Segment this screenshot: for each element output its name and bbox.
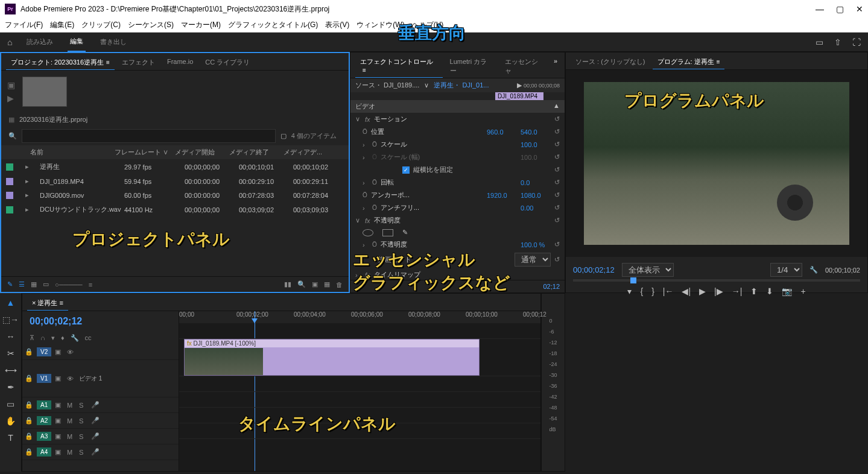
menu-file[interactable]: ファイル(F) xyxy=(5,20,43,30)
sequence-tab[interactable]: × 逆再生 ≡ xyxy=(27,296,68,311)
program-scrubber[interactable] xyxy=(573,279,860,282)
go-out-icon[interactable]: →| xyxy=(732,286,743,296)
snap-icon[interactable]: ⊼ xyxy=(30,334,34,342)
tab-essential[interactable]: エッセンシャ xyxy=(500,55,549,78)
slip-tool[interactable]: ⟷ xyxy=(5,365,17,375)
track-a1-lane[interactable] xyxy=(179,376,540,392)
workspace-import[interactable]: 読み込み xyxy=(24,33,55,51)
asset-row[interactable]: ▸DJI_0189.MP459.94 fps00:00:00:0000:00:2… xyxy=(1,174,349,188)
linked-icon[interactable]: ∩ xyxy=(40,334,45,342)
pen-tool[interactable]: ✒ xyxy=(7,382,14,392)
track-header-a4[interactable]: 🔒A4▣MS🎤 xyxy=(22,444,179,460)
step-back-icon[interactable]: ◀| xyxy=(682,286,691,296)
menu-help[interactable]: ヘルプ(H) xyxy=(412,20,444,30)
bin-icon[interactable]: ▢ xyxy=(280,132,287,140)
menu-window[interactable]: ウィンドウ(W) xyxy=(356,20,404,30)
close-button[interactable]: ✕ xyxy=(856,4,863,14)
fullscreen-icon[interactable]: ⛶ xyxy=(852,37,861,47)
zoom-slider[interactable]: ○───── xyxy=(55,281,83,288)
track-select-tool[interactable]: ⬚→ xyxy=(2,315,19,324)
new-item-icon[interactable]: ▦ xyxy=(324,280,330,288)
mask-ellipse-icon[interactable] xyxy=(363,229,373,236)
track-a3-lane[interactable] xyxy=(179,408,540,423)
menu-edit[interactable]: 編集(E) xyxy=(50,20,74,30)
timeline-timecode[interactable]: 00;00;02;12 xyxy=(30,316,82,326)
tab-project[interactable]: プロジェクト: 20230316逆再生≡ xyxy=(6,55,115,70)
menu-view[interactable]: 表示(V) xyxy=(325,20,349,30)
settings-icon[interactable]: ♦ xyxy=(61,334,65,342)
share-icon[interactable]: ⇧ xyxy=(834,37,841,47)
new-bin-icon[interactable]: ▣ xyxy=(312,280,318,288)
program-fit-select[interactable]: 全体表示 xyxy=(622,263,674,277)
add-marker-icon[interactable]: ▾ xyxy=(627,286,632,296)
selection-tool[interactable]: ▲ xyxy=(7,298,15,308)
ripple-tool[interactable]: ↔ xyxy=(7,332,15,341)
go-in-icon[interactable]: |← xyxy=(663,286,674,296)
track-a2-lane[interactable] xyxy=(179,392,540,408)
track-header-a3[interactable]: 🔒A3▣MS🎤 xyxy=(22,429,179,444)
program-video-frame[interactable] xyxy=(584,82,849,245)
tab-source[interactable]: ソース : (クリップなし) xyxy=(571,55,650,69)
quick-export-icon[interactable]: ▭ xyxy=(816,37,823,47)
export-frame-icon[interactable]: 📷 xyxy=(782,286,792,296)
tab-lumetri[interactable]: Lumetri カラー xyxy=(445,55,498,78)
lift-icon[interactable]: ⬆ xyxy=(750,286,758,296)
razor-tool[interactable]: ✂ xyxy=(7,349,14,358)
track-header-v2[interactable]: 🔒V2▣👁 xyxy=(22,344,179,360)
track-header-v1[interactable]: 🔒V1▣👁ビデオ 1 xyxy=(22,360,179,397)
mask-rect-icon[interactable] xyxy=(382,229,393,236)
tab-cclib[interactable]: CC ライブラリ xyxy=(200,55,255,70)
type-tool[interactable]: T xyxy=(8,433,13,443)
mask-pen-icon[interactable]: ✎ xyxy=(402,229,408,236)
play-button[interactable]: ▶ xyxy=(699,286,706,296)
delete-icon[interactable]: 🗑 xyxy=(336,281,343,288)
menu-graphics[interactable]: グラフィックとタイトル(G) xyxy=(228,20,318,30)
panel-overflow-icon[interactable]: » xyxy=(551,55,560,78)
pencil-icon[interactable]: ✎ xyxy=(7,280,13,288)
wrench-icon[interactable]: 🔧 xyxy=(809,266,818,274)
hand-tool[interactable]: ✋ xyxy=(5,416,16,426)
asset-row[interactable]: ▸DJIG0009.mov60.00 fps00:00:00:0000:07:2… xyxy=(1,188,349,202)
blend-mode-select[interactable]: 通常 xyxy=(515,253,551,267)
listview-icon[interactable]: ☰ xyxy=(19,280,25,288)
rect-tool[interactable]: ▭ xyxy=(7,399,14,409)
extract-icon[interactable]: ⬇ xyxy=(766,286,773,296)
track-v2-lane[interactable] xyxy=(179,323,540,339)
mark-in-icon[interactable]: { xyxy=(640,286,643,296)
step-fwd-icon[interactable]: |▶ xyxy=(714,286,723,296)
search-input[interactable] xyxy=(22,129,276,143)
mark-out-icon[interactable]: } xyxy=(651,286,654,296)
iconview-icon[interactable]: ▦ xyxy=(31,280,37,288)
home-icon[interactable]: ⌂ xyxy=(7,37,12,47)
menu-sequence[interactable]: シーケンス(S) xyxy=(128,20,174,30)
track-header-a2[interactable]: 🔒A2▣MS🎤 xyxy=(22,413,179,429)
workspace-edit[interactable]: 編集 xyxy=(68,32,86,52)
button-editor-icon[interactable]: + xyxy=(800,286,805,296)
menu-marker[interactable]: マーカー(M) xyxy=(181,20,221,30)
tab-frameio[interactable]: Frame.io xyxy=(162,55,198,70)
video-clip[interactable]: fx DJI_0189.MP4 [-100%] xyxy=(184,339,480,376)
auto-transcribe-icon[interactable]: ▮▮ xyxy=(284,280,291,288)
reset-motion-icon[interactable]: ↺ xyxy=(554,115,560,123)
freeform-icon[interactable]: ▭ xyxy=(43,280,49,288)
sort-icon[interactable]: ≡ xyxy=(89,281,92,288)
track-header-a1[interactable]: 🔒A1▣MS🎤 xyxy=(22,397,179,413)
workspace-export[interactable]: 書き出し xyxy=(98,33,129,51)
asset-row[interactable]: ▸逆再生29.97 fps00;00;00;0000;00;10;0100;00… xyxy=(1,159,349,174)
track-a4-lane[interactable] xyxy=(179,423,540,439)
tab-effect-controls[interactable]: エフェクトコントロール≡ xyxy=(355,55,443,78)
marker-icon[interactable]: ▾ xyxy=(51,334,55,342)
tab-effects[interactable]: エフェクト xyxy=(117,55,160,70)
program-tc-current[interactable]: 00;00;02;12 xyxy=(573,265,615,274)
tab-program[interactable]: プログラム: 逆再生≡ xyxy=(653,55,725,69)
uniform-scale-checkbox[interactable]: ✓ xyxy=(402,166,410,174)
track-v1-lane[interactable]: fx DJI_0189.MP4 [-100%] xyxy=(179,339,540,376)
find-icon[interactable]: 🔍 xyxy=(297,280,306,288)
program-zoom-select[interactable]: 1/4 xyxy=(770,263,802,277)
minimize-button[interactable]: — xyxy=(816,4,824,14)
wrench-icon[interactable]: 🔧 xyxy=(71,334,79,342)
asset-row[interactable]: ▸DCUサウンドトラック.wav44100 Hz00;00;00;0000;03… xyxy=(1,202,349,217)
cc-icon[interactable]: cc xyxy=(85,334,92,342)
maximize-button[interactable]: ▢ xyxy=(836,4,844,14)
menu-clip[interactable]: クリップ(C) xyxy=(81,20,121,30)
